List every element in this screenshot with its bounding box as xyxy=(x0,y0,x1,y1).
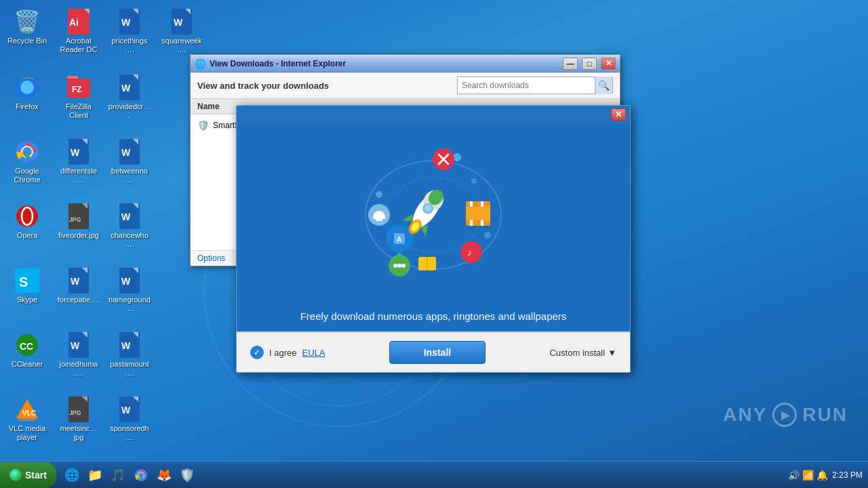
differentste-label: differentste…. xyxy=(57,167,100,184)
ie-minimize-button[interactable]: — xyxy=(563,58,578,70)
ie-search-box[interactable]: 🔍 xyxy=(457,77,613,94)
acrobat-icon: Ai xyxy=(65,8,92,35)
taskbar-media-icon[interactable]: 🎵 xyxy=(108,465,128,485)
sponsoredh-icon: W xyxy=(116,396,143,423)
ccleaner-icon: CC xyxy=(14,331,41,359)
svg-text:W: W xyxy=(71,147,80,158)
desktop-icon-firefox[interactable]: Firefox xyxy=(3,71,52,114)
tray-volume-icon: 📶 xyxy=(802,470,814,481)
chrome-icon xyxy=(14,138,41,165)
betweenno-icon: W xyxy=(116,138,143,165)
desktop-icon-opera[interactable]: Opera xyxy=(3,200,52,243)
desktop-icon-joinedhuma[interactable]: W joinedhuma…. xyxy=(54,329,103,380)
filezilla-icon: FZ xyxy=(65,74,92,101)
svg-rect-78 xyxy=(481,201,484,207)
agree-section: ✓ I agree EULA xyxy=(250,346,325,359)
desktop-icon-forcepatie[interactable]: W forcepatie…. xyxy=(54,264,103,307)
taskbar-chrome-icon[interactable] xyxy=(131,465,151,485)
svg-text:W: W xyxy=(121,340,131,351)
popup-close-button[interactable]: ✕ xyxy=(611,108,626,121)
ie-window-icon: 🌐 xyxy=(195,58,205,69)
svg-rect-80 xyxy=(481,220,484,226)
svg-text:W: W xyxy=(121,276,131,287)
agree-text: I agree xyxy=(269,348,296,358)
eula-link[interactable]: EULA xyxy=(302,348,325,358)
desktop-icon-squareweek[interactable]: W squareweek…. xyxy=(157,5,206,57)
taskbar-time: 2:23 PM xyxy=(832,470,863,480)
svg-text:W: W xyxy=(121,405,131,415)
svg-rect-76 xyxy=(466,220,490,226)
svg-rect-77 xyxy=(470,201,473,207)
svg-point-10 xyxy=(20,81,34,94)
start-orb-icon xyxy=(9,469,22,481)
anyrun-run-text: RUN xyxy=(802,404,848,426)
desktop-icon-sponsoredh[interactable]: W sponsoredh…. xyxy=(105,393,154,445)
fiveorder-label: fiveorder.jpg xyxy=(58,231,99,240)
chrome-label: Google Chrome xyxy=(5,167,49,184)
custom-install-button[interactable]: Custom install ▼ xyxy=(549,348,616,358)
desktop-icon-chancewho[interactable]: W chancewho…. xyxy=(105,200,154,251)
acrobat-label: Acrobat Reader DC xyxy=(57,37,100,54)
desktop-icon-vlc[interactable]: VLC VLC media player xyxy=(3,393,52,445)
desktop-icon-differentste[interactable]: W differentste…. xyxy=(54,136,103,187)
desktop-icon-fiveorder[interactable]: JPG fiveorder.jpg xyxy=(54,200,103,243)
svg-rect-70 xyxy=(376,219,382,221)
ie-search-input[interactable] xyxy=(458,81,595,90)
forcepatie-label: forcepatie…. xyxy=(58,296,100,304)
ie-window-title: View Downloads - Internet Explorer xyxy=(210,59,559,68)
custom-install-chevron: ▼ xyxy=(608,348,616,358)
popup-graphic: A ♪ xyxy=(237,123,630,306)
ie-search-button[interactable]: 🔍 xyxy=(595,77,612,94)
install-button[interactable]: Install xyxy=(389,341,486,364)
desktop-icon-acrobat[interactable]: Ai Acrobat Reader DC xyxy=(54,5,103,57)
anyrun-text: ANY xyxy=(723,404,767,426)
taskbar-firefox-icon[interactable]: 🦊 xyxy=(154,465,174,485)
ie-close-button[interactable]: ✕ xyxy=(601,58,616,70)
svg-text:W: W xyxy=(121,17,131,28)
popup-tagline: Freely download numerous apps, ringtones… xyxy=(237,306,630,331)
opera-label: Opera xyxy=(17,231,38,240)
popup-footer: ✓ I agree EULA Install Custom install ▼ xyxy=(237,331,630,372)
desktop-icon-nameground[interactable]: W nameground…. xyxy=(105,264,154,316)
desktop-icon-ccleaner[interactable]: CC CCleaner xyxy=(3,329,52,371)
desktop-icon-betweenno[interactable]: W betweenno…. xyxy=(105,136,154,187)
meetsinc-label: meetsinc…jpg xyxy=(57,424,100,442)
desktop-icon-providedcr[interactable]: W providedcr…. xyxy=(105,71,154,123)
desktop-icon-meetsinc[interactable]: JPG meetsinc…jpg xyxy=(54,393,103,445)
svg-text:W: W xyxy=(174,17,183,28)
svg-text:FZ: FZ xyxy=(72,85,82,94)
svg-text:VLC: VLC xyxy=(22,409,36,417)
desktop-icon-skype[interactable]: S Skype xyxy=(3,264,52,307)
agree-checkbox[interactable]: ✓ xyxy=(250,346,264,359)
vlc-label: VLC media player xyxy=(5,424,49,442)
pricethings-icon: W xyxy=(116,8,143,35)
svg-text:A: A xyxy=(397,236,401,243)
providedcr-icon: W xyxy=(116,74,143,101)
nameground-icon: W xyxy=(116,267,143,294)
taskbar-security-icon[interactable]: 🛡️ xyxy=(177,465,197,485)
svg-text:CC: CC xyxy=(20,341,33,352)
svg-point-26 xyxy=(16,205,38,227)
start-button[interactable]: Start xyxy=(0,462,56,488)
ie-maximize-button[interactable]: □ xyxy=(582,58,597,70)
skype-icon: S xyxy=(14,267,41,294)
betweenno-label: betweenno…. xyxy=(108,167,151,184)
ccleaner-label: CCleaner xyxy=(12,360,43,369)
desktop-icon-recycle-bin[interactable]: 🗑️ Recycle Bin xyxy=(3,5,52,48)
desktop-icon-chrome[interactable]: Google Chrome xyxy=(3,136,52,187)
pastamount-label: pastamount…. xyxy=(108,360,151,378)
svg-point-61 xyxy=(376,191,382,198)
desktop-icon-pricethings[interactable]: W pricethings…. xyxy=(105,5,154,57)
taskbar: Start 🌐 📁 🎵 🦊 🛡️ 🔊 📶 🔔 2:23 PM xyxy=(0,461,868,488)
skype-label: Skype xyxy=(17,296,38,304)
nameground-label: nameground…. xyxy=(108,296,151,313)
desktop-icon-pastamount[interactable]: W pastamount…. xyxy=(105,329,154,380)
taskbar-ie-icon[interactable]: 🌐 xyxy=(62,465,82,485)
taskbar-clock: 2:23 PM xyxy=(832,470,863,480)
taskbar-folder-icon[interactable]: 📁 xyxy=(85,465,105,485)
desktop-icon-filezilla[interactable]: FZ FileZilla Client xyxy=(54,71,103,123)
svg-point-85 xyxy=(397,264,401,268)
tray-network-icon: 🔊 xyxy=(788,470,800,481)
differentste-icon: W xyxy=(65,138,92,165)
providedcr-label: providedcr…. xyxy=(108,102,151,120)
